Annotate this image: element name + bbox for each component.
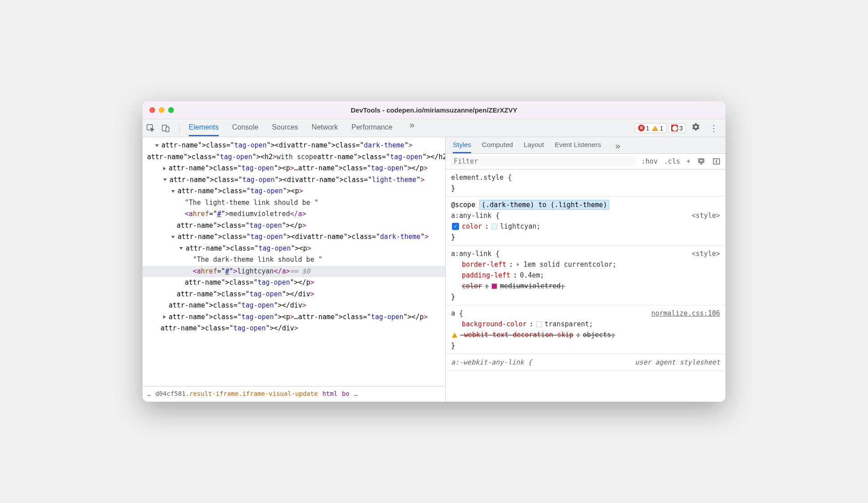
dom-node[interactable]: <a href="#">mediumvioletred</a> [143, 208, 445, 220]
subtab-layout[interactable]: Layout [524, 141, 544, 153]
breadcrumb-item[interactable]: html [322, 389, 338, 399]
expand-arrow-icon[interactable] [171, 190, 175, 193]
warning-icon [452, 333, 457, 338]
style-rule[interactable]: element.style {} [446, 169, 725, 197]
breadcrumb-suffix: … [354, 389, 357, 399]
device-toolbar-icon[interactable] [161, 124, 170, 133]
dom-node[interactable]: attr-name">class="tag-open"><p> [143, 186, 445, 197]
breadcrumb-item[interactable]: d04cf581.result-iframe.iframe-visual-upd… [155, 389, 317, 399]
svg-rect-4 [699, 160, 703, 162]
window-title: DevTools - codepen.io/miriamsuzanne/pen/… [351, 106, 517, 114]
computed-sidebar-toggle-icon[interactable] [712, 157, 721, 166]
style-rule[interactable]: @scope (.dark-theme) to (.light-theme)a:… [446, 197, 725, 246]
tab-sources[interactable]: Sources [272, 120, 298, 136]
dom-node[interactable]: attr-name">class="tag-open"></p> [143, 277, 445, 289]
expand-arrow-icon[interactable] [163, 167, 166, 170]
main-tabs: Elements Console Sources Network Perform… [189, 120, 418, 136]
close-window-button[interactable] [149, 107, 155, 113]
main-toolbar: Elements Console Sources Network Perform… [143, 119, 725, 137]
styles-subtabs: Styles Computed Layout Event Listeners » [446, 137, 725, 154]
svg-rect-5 [713, 159, 720, 164]
subtab-styles[interactable]: Styles [453, 141, 471, 153]
svg-rect-2 [166, 127, 169, 132]
style-rule[interactable]: a:-webkit-any-link {user agent styleshee… [446, 354, 725, 371]
dom-node[interactable]: <a href="#">lightcyan</a> == $0 [143, 266, 445, 278]
issues-badge[interactable]: ⬤ 3 [668, 123, 686, 133]
property-enabled-checkbox[interactable]: ✓ [452, 223, 459, 230]
dom-node[interactable]: attr-name">class="tag-open"><p>…attr-nam… [143, 163, 445, 174]
styles-rules[interactable]: element.style {}@scope (.dark-theme) to … [446, 169, 725, 402]
dom-node[interactable]: attr-name">class="tag-open"></div> [143, 289, 445, 300]
rendering-emulations-icon[interactable] [697, 157, 706, 166]
elements-panel: attr-name">class="tag-open"><div attr-na… [143, 137, 446, 402]
cls-toggle[interactable]: .cls [664, 157, 680, 165]
dom-node[interactable]: "The light-theme link should be " [143, 197, 445, 209]
breadcrumb-prefix: … [147, 389, 151, 399]
dom-node[interactable]: attr-name">class="tag-open"></div> [143, 300, 445, 312]
issues-count: 3 [679, 125, 683, 132]
dom-node[interactable]: "The dark-theme link should be " [143, 254, 445, 266]
tab-console[interactable]: Console [232, 120, 259, 136]
filter-input[interactable] [450, 156, 635, 167]
titlebar: DevTools - codepen.io/miriamsuzanne/pen/… [143, 101, 725, 119]
issues-icon: ⬤ [671, 125, 678, 131]
color-swatch[interactable] [491, 224, 497, 230]
styles-filter-bar: :hov .cls + [446, 154, 725, 169]
style-rule[interactable]: a:any-link {<style>border-left:1em solid… [446, 246, 725, 305]
breadcrumb-item[interactable]: bo [342, 389, 350, 399]
styles-panel: Styles Computed Layout Event Listeners »… [446, 137, 725, 402]
dom-node[interactable]: attr-name">class="tag-open"><div attr-na… [143, 140, 445, 152]
breadcrumb[interactable]: … d04cf581.result-iframe.iframe-visual-u… [143, 386, 445, 402]
maximize-window-button[interactable] [168, 107, 174, 113]
console-error-warning-badge[interactable]: ✕ 1 1 [635, 123, 667, 133]
error-icon: ✕ [638, 125, 645, 131]
warning-icon [652, 126, 658, 131]
expand-shorthand-icon[interactable] [517, 263, 519, 266]
expand-arrow-icon[interactable] [163, 178, 167, 181]
more-options-icon[interactable]: ⋮ [706, 123, 722, 134]
dom-node[interactable]: attr-name">class="tag-open"></p> [143, 220, 445, 232]
traffic-lights [149, 107, 174, 113]
subtab-event-listeners[interactable]: Event Listeners [555, 141, 601, 153]
tab-performance[interactable]: Performance [352, 120, 393, 136]
new-rule-button[interactable]: + [686, 157, 690, 165]
warning-count: 1 [660, 125, 663, 132]
tab-elements[interactable]: Elements [189, 120, 219, 136]
dom-node[interactable]: attr-name">class="tag-open"><h2>with sco… [143, 152, 445, 163]
style-rule[interactable]: a {normalize.css:106background-color:tra… [446, 305, 725, 354]
minimize-window-button[interactable] [159, 107, 165, 113]
more-tabs-button[interactable]: » [406, 120, 418, 136]
dom-node[interactable]: attr-name">class="tag-open"><p> [143, 243, 445, 255]
devtools-window: DevTools - codepen.io/miriamsuzanne/pen/… [143, 101, 725, 402]
dom-node[interactable]: attr-name">class="tag-open"><p>…attr-nam… [143, 312, 445, 323]
hov-toggle[interactable]: :hov [642, 157, 658, 165]
color-swatch[interactable] [491, 283, 497, 289]
expand-arrow-icon[interactable] [171, 236, 175, 238]
expand-arrow-icon[interactable] [155, 144, 159, 147]
expand-arrow-icon[interactable] [179, 247, 183, 250]
color-swatch[interactable] [536, 321, 542, 327]
settings-icon[interactable] [688, 122, 704, 134]
subtab-computed[interactable]: Computed [482, 141, 513, 153]
dom-node[interactable]: attr-name">class="tag-open"><div attr-na… [143, 174, 445, 186]
dom-node[interactable]: attr-name">class="tag-open"></div> [143, 323, 445, 334]
dom-node[interactable]: attr-name">class="tag-open"><div attr-na… [143, 231, 445, 243]
inspect-element-icon[interactable] [146, 124, 155, 133]
more-subtabs-button[interactable]: » [612, 141, 624, 153]
dom-tree[interactable]: attr-name">class="tag-open"><div attr-na… [143, 137, 445, 386]
error-count: 1 [646, 125, 650, 132]
expand-arrow-icon[interactable] [163, 315, 166, 319]
tab-network[interactable]: Network [312, 120, 338, 136]
